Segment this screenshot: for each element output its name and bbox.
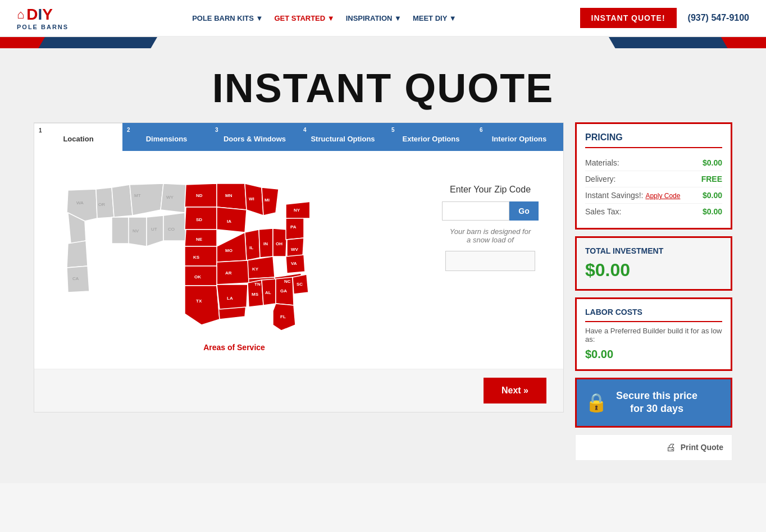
secure-price-text: Secure this pricefor 30 days: [616, 389, 697, 416]
step-tabs: 1 Location 2 Dimensions 3 Doors & Window…: [34, 123, 563, 151]
apply-code-link[interactable]: Apply Code: [645, 192, 680, 200]
svg-text:NC: NC: [284, 279, 291, 284]
total-title: TOTAL INVESTMENT: [585, 246, 722, 255]
instant-quote-button[interactable]: INSTANT QUOTE!: [580, 8, 677, 28]
svg-text:MN: MN: [225, 193, 232, 198]
svg-text:TX: TX: [196, 299, 202, 304]
svg-text:IL: IL: [249, 245, 253, 250]
svg-text:MI: MI: [265, 198, 270, 203]
labor-title: LABOR COSTS: [585, 308, 722, 322]
areas-of-service-label: Areas of Service: [51, 343, 417, 352]
main-content: 1 Location 2 Dimensions 3 Doors & Window…: [0, 122, 766, 483]
svg-marker-4: [130, 184, 163, 215]
savings-value: $0.00: [703, 191, 722, 200]
svg-text:MO: MO: [225, 248, 232, 253]
labor-box: LABOR COSTS Have a Preferred Builder bui…: [575, 297, 732, 371]
logo-diy: DIY: [26, 6, 53, 24]
svg-text:IA: IA: [227, 219, 231, 224]
header: ⌂ DIY POLE BARNS POLE BARN KITS ▼ GET ST…: [0, 0, 766, 37]
pricing-row-materials: Materials: $0.00: [585, 155, 722, 171]
svg-marker-11: [163, 213, 186, 241]
tab-doors-windows[interactable]: 3 Doors & Windows: [211, 123, 299, 151]
pricing-row-tax: Sales Tax: $0.00: [585, 204, 722, 219]
svg-marker-18: [217, 207, 247, 232]
zip-go-button[interactable]: Go: [509, 201, 538, 221]
nav-meet-diy[interactable]: MEET DIY ▼: [413, 14, 457, 22]
materials-label: Materials:: [585, 158, 619, 167]
tax-value: $0.00: [703, 207, 722, 216]
tab-location[interactable]: 1 Location: [34, 123, 122, 151]
svg-marker-26: [247, 256, 275, 279]
savings-label: Instant Savings!: Apply Code: [585, 191, 680, 200]
print-quote-label[interactable]: Print Quote: [681, 443, 723, 452]
svg-text:KY: KY: [252, 267, 259, 272]
step-num-2: 2: [127, 126, 130, 134]
materials-value: $0.00: [703, 158, 722, 167]
header-right: INSTANT QUOTE! (937) 547-9100: [580, 8, 749, 28]
pricing-row-savings: Instant Savings!: Apply Code $0.00: [585, 187, 722, 204]
svg-text:CA: CA: [72, 276, 79, 281]
step-label-exterior: Exterior Options: [403, 135, 460, 144]
tab-dimensions[interactable]: 2 Dimensions: [122, 123, 211, 151]
nav-pole-barn-kits[interactable]: POLE BARN KITS ▼: [192, 14, 263, 22]
svg-marker-31: [217, 260, 249, 285]
step-label-doors-windows: Doors & Windows: [224, 135, 286, 144]
svg-text:LA: LA: [227, 296, 233, 301]
secure-price-button[interactable]: 🔒 Secure this pricefor 30 days: [575, 378, 732, 428]
nav-get-started[interactable]: GET STARTED ▼: [274, 14, 334, 22]
svg-text:FL: FL: [280, 314, 286, 319]
us-map: ND SD NE MN WI MI IA IL IN OH PA NY MO K…: [51, 168, 309, 336]
zip-input[interactable]: [442, 201, 509, 221]
step-num-6: 6: [480, 126, 483, 134]
svg-marker-7: [67, 241, 88, 268]
pricing-row-delivery: Delivery: FREE: [585, 171, 722, 187]
svg-text:WA: WA: [76, 200, 84, 205]
printer-icon: 🖨: [666, 442, 676, 453]
svg-text:NV: NV: [133, 228, 139, 233]
svg-marker-24: [217, 232, 247, 262]
svg-text:WI: WI: [249, 196, 254, 201]
step-label-dimensions: Dimensions: [146, 135, 188, 144]
delivery-value: FREE: [701, 175, 722, 184]
svg-text:PA: PA: [290, 224, 297, 230]
map-area: ND SD NE MN WI MI IA IL IN OH PA NY MO K…: [51, 168, 417, 352]
delivery-label: Delivery:: [585, 175, 615, 184]
svg-text:GA: GA: [280, 288, 287, 293]
pricing-title: PRICING: [585, 132, 722, 148]
step-num-4: 4: [303, 126, 307, 134]
svg-text:KS: KS: [193, 255, 200, 260]
main-nav: POLE BARN KITS ▼ GET STARTED ▼ INSPIRATI…: [192, 14, 456, 22]
nav-inspiration[interactable]: INSPIRATION ▼: [346, 14, 402, 22]
svg-text:VA: VA: [291, 261, 297, 266]
tax-label: Sales Tax:: [585, 207, 621, 216]
total-box: TOTAL INVESTMENT $0.00: [575, 236, 732, 291]
svg-text:OH: OH: [276, 241, 282, 246]
lock-icon: 🔒: [585, 392, 608, 413]
svg-text:MT: MT: [134, 193, 141, 198]
svg-text:WV: WV: [291, 247, 299, 252]
tab-structural-options[interactable]: 4 Structural Options: [299, 123, 387, 151]
svg-text:AR: AR: [225, 270, 232, 276]
snow-load-value: [445, 251, 535, 271]
tab-interior-options[interactable]: 6 Interior Options: [475, 123, 563, 151]
print-quote-row: 🖨 Print Quote: [575, 434, 732, 461]
logo[interactable]: ⌂ DIY POLE BARNS: [17, 6, 69, 30]
pricing-panel: PRICING Materials: $0.00 Delivery: FREE …: [575, 122, 732, 461]
step-num-3: 3: [215, 126, 218, 134]
total-amount: $0.00: [585, 260, 722, 281]
svg-text:NE: NE: [196, 237, 203, 242]
tab-exterior-options[interactable]: 5 Exterior Options: [387, 123, 475, 151]
svg-text:AL: AL: [265, 290, 271, 295]
svg-marker-33: [185, 286, 220, 325]
svg-text:MS: MS: [252, 292, 259, 297]
svg-text:CO: CO: [168, 227, 175, 232]
step-label-location: Location: [63, 135, 93, 144]
step-num-1: 1: [39, 127, 42, 134]
page-title: INSTANT QUOTE: [0, 65, 766, 111]
zip-label: Enter Your Zip Code: [450, 185, 531, 195]
step-label-structural: Structural Options: [311, 135, 375, 144]
next-button[interactable]: Next »: [484, 378, 546, 403]
zip-area: Enter Your Zip Code Go Your barn is desi…: [434, 168, 546, 271]
quote-panel: 1 Location 2 Dimensions 3 Doors & Window…: [34, 122, 564, 412]
step-label-interior: Interior Options: [492, 135, 547, 144]
